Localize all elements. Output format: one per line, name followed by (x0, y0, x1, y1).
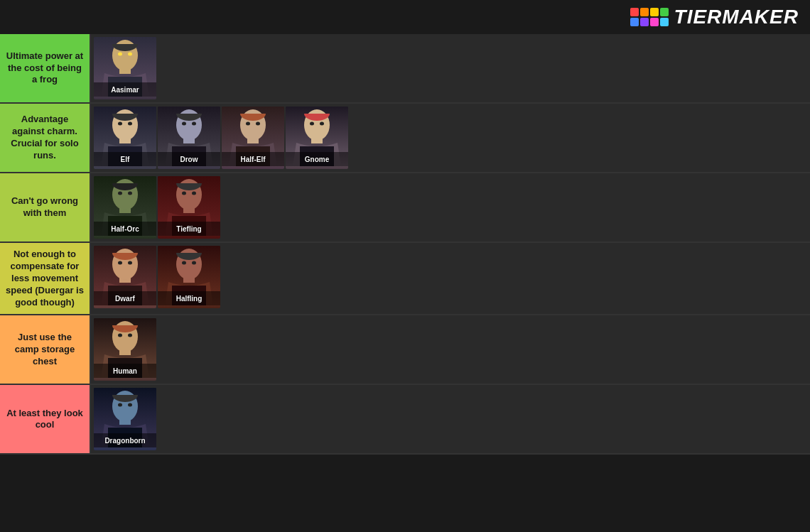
header: TiERMAKER (0, 0, 810, 34)
tier-card-dwarf[interactable] (94, 246, 156, 308)
logo-cell-4 (660, 8, 669, 16)
tier-items-d (91, 315, 810, 384)
card-portrait (158, 107, 220, 169)
tier-row-a: Advantage against charm. Crucial for sol… (0, 104, 810, 173)
tier-row-e: At least they look cool (0, 385, 810, 455)
logo-cell-2 (640, 8, 649, 16)
card-portrait (158, 176, 220, 239)
tier-row-b: Can't go wrong with them (0, 173, 810, 243)
tier-list: Ultimate power at the cost of being a fr… (0, 34, 810, 455)
logo-cell-6 (640, 18, 649, 26)
logo-text: TiERMAKER (674, 6, 799, 28)
tier-items-a (91, 104, 810, 172)
card-portrait (286, 107, 348, 169)
logo-cell-8 (660, 18, 669, 26)
tiermaker-logo: TiERMAKER (630, 6, 799, 28)
tier-row-s: Ultimate power at the cost of being a fr… (0, 34, 810, 104)
tier-card-drow[interactable] (158, 107, 220, 169)
tier-card-elf[interactable] (94, 107, 156, 169)
tier-label-a: Advantage against charm. Crucial for sol… (0, 104, 91, 172)
tier-row-c: Not enough to compensate for less moveme… (0, 243, 810, 315)
logo-cell-7 (650, 18, 659, 26)
tier-label-b: Can't go wrong with them (0, 173, 91, 241)
logo-grid-icon (630, 8, 669, 26)
tier-card-human[interactable] (94, 318, 156, 381)
tier-items-b (91, 173, 810, 241)
tier-card-tiefling[interactable] (158, 176, 220, 239)
tier-card-halfling[interactable] (158, 246, 220, 308)
tier-card-half-orc[interactable] (94, 176, 156, 239)
tier-card-dragonborn[interactable] (94, 388, 156, 450)
card-portrait (94, 107, 156, 169)
card-portrait (94, 318, 156, 381)
card-portrait (222, 107, 284, 169)
tier-card-aasimar[interactable] (94, 37, 156, 99)
card-portrait (158, 246, 220, 308)
logo-cell-1 (630, 8, 639, 16)
logo-cell-5 (630, 18, 639, 26)
tier-label-s: Ultimate power at the cost of being a fr… (0, 34, 91, 102)
tier-row-d: Just use the camp storage chest (0, 315, 810, 385)
tier-card-gnome[interactable] (286, 107, 348, 169)
card-portrait (94, 388, 156, 450)
tier-label-c: Not enough to compensate for less moveme… (0, 243, 91, 314)
tier-items-c (91, 243, 810, 314)
tier-items-e (91, 385, 810, 453)
card-portrait (94, 37, 156, 99)
tier-label-e: At least they look cool (0, 385, 91, 453)
tier-items-s (91, 34, 810, 102)
tier-label-d: Just use the camp storage chest (0, 315, 91, 384)
card-portrait (94, 176, 156, 239)
logo-cell-3 (650, 8, 659, 16)
tier-card-half-elf[interactable] (222, 107, 284, 169)
card-portrait (94, 246, 156, 308)
